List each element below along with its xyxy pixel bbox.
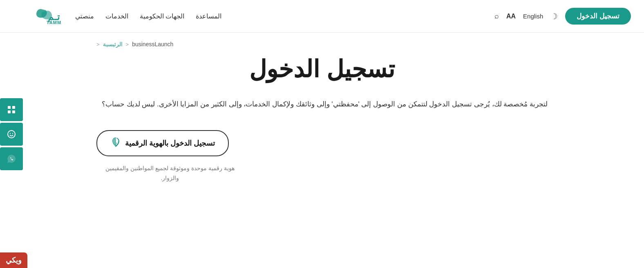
whatsapp-float-button[interactable] bbox=[0, 147, 23, 170]
digital-id-sub-description: هوية رقمية موحدة وموثوقة لجميع المواطنين… bbox=[96, 164, 244, 183]
grid-float-button[interactable] bbox=[0, 98, 23, 121]
nav-item-my-platform[interactable]: منصتي bbox=[75, 12, 94, 20]
nav-item-services[interactable]: الخدمات bbox=[105, 12, 128, 20]
search-icon[interactable]: ⌕ bbox=[494, 12, 499, 20]
font-size-toggle[interactable]: AA bbox=[506, 13, 516, 20]
svg-rect-3 bbox=[12, 106, 15, 109]
logo[interactable]: تـم TAMM bbox=[13, 6, 62, 27]
main-nav: المساعدة الجهات الحكومية الخدمات منصتي bbox=[75, 12, 221, 20]
language-toggle[interactable]: English bbox=[523, 13, 543, 20]
nav-item-gov-entities[interactable]: الجهات الحكومية bbox=[140, 12, 184, 20]
nav-item-help[interactable]: المساعدة bbox=[196, 12, 221, 20]
dark-mode-icon[interactable]: ☽ bbox=[550, 11, 558, 21]
logo-svg: تـم TAMM bbox=[13, 6, 62, 24]
header: تسجيل الدخول ☽ English AA ⌕ المساعدة الج… bbox=[0, 0, 644, 33]
breadcrumb-sep-1: < bbox=[96, 41, 100, 47]
wiki-badge[interactable]: ويكي bbox=[0, 252, 27, 268]
header-right: المساعدة الجهات الحكومية الخدمات منصتي ت… bbox=[13, 6, 221, 27]
digital-id-login-button[interactable]: تسجيل الدخول بالهوية الرقمية bbox=[96, 130, 229, 156]
svg-point-7 bbox=[10, 133, 11, 133]
side-float-panel bbox=[0, 98, 23, 170]
smile-icon bbox=[7, 130, 16, 139]
header-left: تسجيل الدخول ☽ English AA ⌕ bbox=[494, 8, 631, 25]
fingerprint-svg bbox=[110, 137, 121, 147]
whatsapp-icon bbox=[7, 154, 16, 163]
header-login-button[interactable]: تسجيل الدخول bbox=[565, 8, 631, 25]
fingerprint-icon bbox=[110, 137, 121, 150]
breadcrumb-sep-2: < bbox=[126, 41, 129, 47]
page-description: لتجربة مُخصصة لك، يُرجى تسجيل الدخول لتت… bbox=[96, 98, 548, 111]
main-content: businessLaunch < الرئيسية < تسجيل الدخول… bbox=[77, 33, 567, 208]
breadcrumb-current: businessLaunch bbox=[132, 41, 173, 47]
svg-rect-4 bbox=[8, 110, 11, 113]
page-title: تسجيل الدخول bbox=[96, 55, 548, 83]
grid-icon bbox=[7, 105, 16, 114]
wiki-badge-label: ويكي bbox=[6, 256, 22, 264]
svg-text:TAMM: TAMM bbox=[47, 20, 61, 24]
logo-text: تـم TAMM bbox=[13, 6, 62, 27]
svg-point-6 bbox=[8, 131, 15, 138]
breadcrumb-home[interactable]: الرئيسية bbox=[103, 41, 123, 47]
svg-rect-5 bbox=[12, 110, 15, 113]
digital-id-label: تسجيل الدخول بالهوية الرقمية bbox=[125, 139, 215, 148]
login-section: تسجيل الدخول بالهوية الرقمية هوية رقمية … bbox=[96, 130, 548, 183]
svg-rect-2 bbox=[8, 106, 11, 109]
svg-point-8 bbox=[12, 133, 13, 133]
breadcrumb: businessLaunch < الرئيسية < bbox=[96, 41, 548, 47]
smile-float-button[interactable] bbox=[0, 123, 23, 146]
